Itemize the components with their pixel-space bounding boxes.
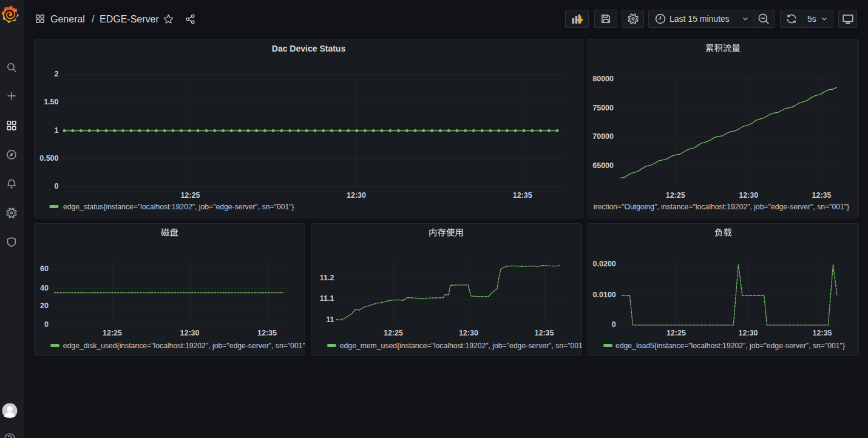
svg-text:edge_load5{instance="localhost: edge_load5{instance="localhost:19202", j… (615, 342, 845, 350)
svg-text:11.1: 11.1 (320, 294, 334, 303)
svg-text:80000: 80000 (592, 75, 614, 83)
svg-text:11: 11 (326, 315, 334, 324)
svg-text:2: 2 (55, 70, 59, 78)
svg-text:11.2: 11.2 (320, 274, 334, 282)
svg-text:12:35: 12:35 (257, 329, 277, 337)
svg-text:12:30: 12:30 (459, 329, 478, 337)
svg-text:12:30: 12:30 (739, 191, 758, 200)
svg-text:12:25: 12:25 (103, 329, 122, 337)
svg-text:12:35: 12:35 (812, 191, 832, 200)
svg-text:12:25: 12:25 (666, 191, 685, 200)
svg-text:75000: 75000 (592, 104, 614, 112)
svg-text:0.500: 0.500 (39, 154, 58, 163)
svg-text:0: 0 (55, 182, 59, 190)
svg-text:0: 0 (612, 320, 616, 329)
svg-text:70000: 70000 (592, 132, 614, 141)
svg-text:12:30: 12:30 (347, 191, 366, 200)
svg-text:irection="Outgoing", instance=: irection="Outgoing", instance="localhost… (594, 203, 849, 211)
svg-text:12:30: 12:30 (739, 329, 758, 337)
svg-text:1.50: 1.50 (44, 98, 58, 106)
svg-text:edge_status{instance="localhos: edge_status{instance="localhost:19202", … (63, 203, 294, 211)
svg-text:edge_disk_used{instance="local: edge_disk_used{instance="localhost:19202… (63, 342, 305, 350)
svg-text:12:25: 12:25 (180, 191, 200, 200)
svg-text:12:35: 12:35 (813, 329, 832, 337)
svg-text:65000: 65000 (592, 161, 614, 170)
svg-text:0.0200: 0.0200 (593, 260, 616, 268)
svg-text:20: 20 (40, 302, 49, 310)
svg-text:0.0100: 0.0100 (593, 291, 616, 299)
svg-text:1: 1 (55, 126, 59, 135)
svg-text:12:30: 12:30 (180, 329, 200, 337)
svg-text:12:25: 12:25 (666, 329, 686, 337)
svg-text:60: 60 (40, 264, 49, 273)
svg-text:12:35: 12:35 (513, 191, 532, 200)
svg-text:40: 40 (40, 284, 49, 292)
svg-text:edge_mem_used{instance="localh: edge_mem_used{instance="localhost:19202"… (340, 342, 582, 350)
svg-text:0: 0 (44, 320, 49, 329)
svg-text:12:25: 12:25 (384, 329, 403, 337)
svg-text:12:35: 12:35 (535, 329, 554, 337)
